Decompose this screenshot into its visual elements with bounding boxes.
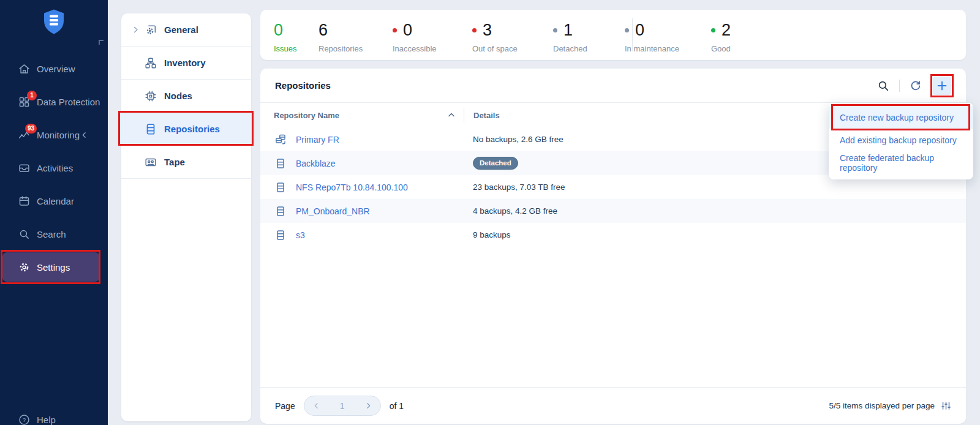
sidebar-collapse-corner-icon[interactable] [98, 39, 104, 45]
page-size-settings-icon[interactable] [941, 401, 951, 411]
grid-icon: 1 [18, 96, 31, 108]
stat-issues-value: 0 [274, 22, 283, 39]
items-per-page-label: 5/5 items displayed per page [829, 401, 935, 410]
federated-repository-icon [274, 134, 287, 146]
table-row[interactable]: PM_Onboard_NBR 4 backups, 4.2 GB free [260, 199, 966, 223]
sidebar-item-data-protection[interactable]: 1 Data Protection [0, 85, 108, 118]
column-name-label: Repository Name [260, 111, 339, 120]
svg-text:?: ? [23, 416, 26, 423]
stat-out-of-space: 3 Out of space [472, 20, 518, 53]
sidebar-item-label: Activities [37, 163, 73, 173]
table-footer: Page 1 of 1 5/5 items displayed per page [260, 387, 966, 424]
help-label: Help [37, 415, 56, 425]
database-icon [274, 229, 287, 241]
subnav-item-inventory[interactable]: Inventory [121, 47, 251, 80]
primary-sidebar: Overview 1 Data Protection 93 M [0, 0, 108, 425]
stat-issues-label: Issues [274, 44, 297, 53]
monitoring-badge: 93 [25, 124, 37, 134]
subnav-item-label: Repositories [164, 124, 220, 134]
stat-inaccessible-value: 0 [403, 22, 412, 39]
repo-details-cell: 4 backups, 4.2 GB free [464, 206, 557, 216]
gray-status-dot [553, 28, 557, 32]
settings-subnav: General Inventory Nodes Reposito [121, 13, 251, 421]
inventory-icon [144, 56, 157, 70]
menu-item-add-existing-backup-repository[interactable]: Add existing backup repository [829, 129, 973, 151]
pulse-chart-icon: 93 [18, 129, 31, 141]
total-pages-label: of 1 [390, 401, 404, 411]
help-icon: ? [18, 413, 31, 425]
panel-header: Repositories [260, 69, 966, 103]
stat-out-of-space-label: Out of space [472, 44, 518, 53]
repo-name-cell: s3 [260, 229, 464, 241]
detached-status-badge: Detached [473, 157, 518, 170]
repo-name-link[interactable]: Primary FR [296, 135, 339, 145]
stat-in-maintenance: 0 In maintenance [625, 20, 679, 53]
stat-detached-label: Detached [553, 44, 587, 53]
sidebar-item-activities[interactable]: Activities [0, 151, 108, 184]
sidebar-item-label: Search [37, 229, 66, 239]
sidebar-item-settings[interactable]: Settings [2, 252, 99, 282]
next-page-button[interactable] [364, 402, 372, 410]
pagination-control: 1 [304, 396, 381, 416]
items-per-page: 5/5 items displayed per page [829, 401, 951, 411]
repo-name-link[interactable]: NFS Repo7Tb 10.84.100.100 [296, 182, 408, 192]
home-icon [18, 62, 31, 75]
column-repository-name[interactable]: Repository Name [260, 103, 464, 127]
subnav-item-nodes[interactable]: Nodes [121, 80, 251, 113]
previous-page-button[interactable] [312, 402, 320, 410]
menu-item-create-new-backup-repository[interactable]: Create new backup repository [829, 106, 973, 129]
menu-item-create-federated-backup-repository[interactable]: Create federated backup repository [829, 151, 973, 174]
page-label: Page [275, 401, 295, 411]
repo-name-cell: PM_Onboard_NBR [260, 205, 464, 217]
repo-details-cell: 23 backups, 7.03 TB free [464, 182, 565, 192]
database-icon [144, 122, 157, 136]
sidebar-item-monitoring[interactable]: 93 Monitoring [0, 118, 108, 151]
stat-inaccessible: 0 Inaccessible [393, 20, 437, 53]
repo-name-cell: Primary FR [260, 134, 464, 146]
repo-name-link[interactable]: PM_Onboard_NBR [296, 206, 370, 216]
stat-repositories: 6 Repositories [318, 20, 363, 53]
sidebar-item-label: Monitoring [37, 130, 80, 140]
repo-details-cell: No backups, 2.6 GB free [464, 135, 564, 144]
sidebar-item-calendar[interactable]: Calendar [0, 184, 108, 217]
stat-detached-value: 1 [564, 22, 573, 39]
database-icon [274, 205, 287, 217]
add-repository-button[interactable] [933, 77, 951, 95]
current-page-value[interactable]: 1 [340, 401, 345, 411]
shield-logo-icon [42, 9, 66, 36]
red-status-dot [393, 28, 397, 32]
sidebar-item-label: Settings [37, 262, 70, 273]
stat-inaccessible-label: Inaccessible [393, 44, 437, 53]
app-logo[interactable] [0, 9, 108, 36]
column-details[interactable]: Details [464, 108, 500, 122]
sidebar-item-help[interactable]: ? Help [0, 403, 108, 425]
add-repository-menu: Create new backup repository Add existin… [829, 103, 973, 179]
subnav-item-label: General [164, 24, 198, 35]
sort-asc-icon[interactable] [448, 112, 455, 118]
refresh-icon[interactable] [909, 79, 922, 92]
sidebar-item-label: Data Protection [37, 97, 100, 107]
subnav-item-general[interactable]: General [121, 13, 251, 47]
repo-name-link[interactable]: s3 [296, 230, 305, 240]
chevron-left-icon[interactable] [80, 131, 88, 139]
table-row[interactable]: s3 9 backups [260, 223, 966, 247]
subnav-item-repositories[interactable]: Repositories [121, 113, 251, 146]
repo-name-link[interactable]: Backblaze [296, 159, 336, 168]
red-status-dot [472, 28, 477, 32]
stat-in-maintenance-label: In maintenance [625, 44, 679, 53]
stat-good-label: Good [711, 44, 731, 53]
sidebar-item-label: Overview [37, 64, 75, 74]
panel-title: Repositories [275, 80, 331, 91]
repo-name-cell: NFS Repo7Tb 10.84.100.100 [260, 181, 464, 194]
sidebar-item-overview[interactable]: Overview [0, 52, 108, 85]
subnav-item-tape[interactable]: Tape [121, 146, 251, 179]
stat-repositories-value: 6 [318, 22, 328, 39]
repo-name-cell: Backblaze [260, 157, 464, 170]
sidebar-item-search[interactable]: Search [0, 217, 108, 250]
stat-detached: 1 Detached [553, 20, 587, 53]
column-details-label: Details [473, 111, 500, 120]
search-icon[interactable] [876, 79, 890, 92]
chevron-right-icon [131, 25, 140, 34]
calendar-icon [18, 195, 31, 208]
stat-in-maintenance-value: 0 [635, 22, 644, 39]
